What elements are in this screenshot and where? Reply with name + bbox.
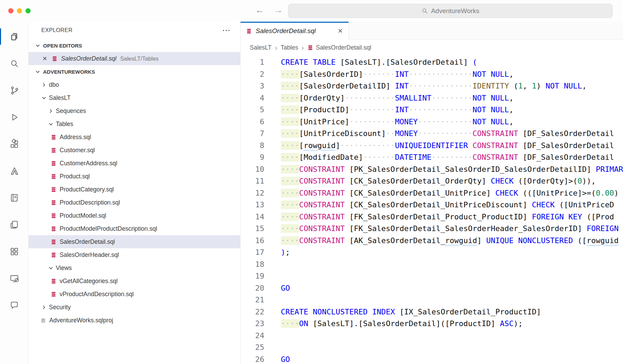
pages-icon[interactable] — [0, 211, 28, 238]
database-icon — [51, 239, 57, 245]
azure-icon[interactable] — [0, 157, 28, 184]
breadcrumb-item[interactable]: Tables — [281, 44, 298, 51]
database-icon — [51, 147, 57, 153]
code-line[interactable]: 3····[SalesOrderDetailID] INT···········… — [241, 80, 623, 92]
code-line[interactable]: 17); — [241, 247, 623, 259]
code-line[interactable]: 4····[OrderQty]···········SMALLINT······… — [241, 92, 623, 104]
blocks-icon[interactable] — [0, 238, 28, 265]
forward-arrow-icon[interactable]: → — [273, 5, 284, 15]
code-token: MONEY — [395, 117, 418, 126]
code-line[interactable]: 14····CONSTRAINT [FK_SalesOrderDetail_Pr… — [241, 211, 623, 223]
code-line[interactable]: 15····CONSTRAINT [FK_SalesOrderDetail_Sa… — [241, 223, 623, 235]
code-token: INT — [395, 105, 409, 114]
close-icon[interactable]: ✕ — [338, 27, 343, 35]
code-token: GO — [281, 355, 290, 364]
code-line[interactable]: 1CREATE TABLE [SalesLT].[SalesOrderDetai… — [241, 56, 623, 69]
tree-item-vgetallcategories-sql[interactable]: vGetAllCategories.sql — [29, 274, 240, 288]
tree-item-dbo[interactable]: dbo — [29, 78, 240, 91]
comments-icon[interactable] — [0, 292, 28, 319]
code-token: [CK_SalesOrderDetail_UnitPriceDiscount] — [349, 200, 528, 209]
code-line[interactable]: 16····CONSTRAINT [AK_SalesOrderDetail_ro… — [241, 235, 623, 247]
code-line[interactable]: 21 — [241, 294, 623, 306]
code-line[interactable]: 25 — [241, 342, 623, 354]
code-line[interactable]: 12····CONSTRAINT [CK_SalesOrderDetail_Un… — [241, 187, 623, 199]
code-line[interactable]: 19 — [241, 270, 623, 282]
code-line[interactable]: 2····[SalesOrderID]·······INT···········… — [241, 69, 623, 81]
explorer-icon[interactable] — [0, 23, 28, 50]
code-line[interactable]: 22CREATE NONCLUSTERED INDEX [IX_SalesOrd… — [241, 306, 623, 318]
project-section-header[interactable]: ADVENTUREWORKS — [29, 65, 240, 78]
search-icon[interactable] — [0, 50, 28, 77]
code-token — [368, 308, 372, 316]
tree-item-sequences[interactable]: Sequences — [29, 104, 240, 117]
breadcrumb-label: SalesLT — [250, 44, 272, 51]
code-token — [564, 212, 568, 221]
tree-item-tables[interactable]: Tables — [29, 117, 240, 131]
tree-item-label: vProductAndDescription.sql — [60, 291, 134, 298]
tree-item-adventureworks-sqlproj[interactable]: AdventureWorks.sqlproj — [29, 314, 240, 327]
titlebar: ← → AdventureWorks — [0, 0, 623, 22]
code-line[interactable]: 8····[rowguid]············UNIQUEIDENTIFI… — [241, 140, 623, 152]
code-token: ···· — [281, 82, 299, 90]
tree-item-customer-sql[interactable]: Customer.sql — [29, 144, 240, 157]
tree-item-views[interactable]: Views — [29, 261, 240, 274]
code-token: NONCLUSTERED — [313, 308, 368, 316]
database-icon — [51, 160, 57, 166]
line-number: 7 — [241, 128, 264, 140]
source-control-icon[interactable] — [0, 77, 28, 104]
zoom-window-button[interactable] — [25, 8, 31, 13]
tree-item-salesorderheader-sql[interactable]: SalesOrderHeader.sql — [29, 248, 240, 261]
back-arrow-icon[interactable]: ← — [254, 5, 265, 15]
code-line[interactable]: 20GO — [241, 282, 623, 294]
tree-item-address-sql[interactable]: Address.sql — [29, 131, 240, 144]
code-token: UNIQUE — [486, 236, 513, 245]
open-editor-item[interactable]: ✕SalesOrderDetail.sqlSalesLT/Tables — [29, 52, 240, 65]
activity-bar — [0, 22, 29, 364]
code-token — [345, 236, 349, 245]
code-line[interactable]: 10····CONSTRAINT [PK_SalesOrderDetail_Sa… — [241, 164, 623, 176]
code-line[interactable]: 7····[UnitPriceDiscount]··MONEY·········… — [241, 128, 623, 140]
code-token: ···· — [281, 129, 299, 138]
code-line[interactable]: 24 — [241, 330, 623, 342]
close-window-button[interactable] — [8, 8, 13, 13]
tree-item-label: SalesLT — [49, 94, 71, 102]
code-token: [UnitPrice] — [299, 117, 349, 126]
command-center-search[interactable]: AdventureWorks — [288, 4, 613, 18]
more-actions-button[interactable]: ⋯ — [222, 26, 231, 34]
notebook-icon[interactable] — [0, 184, 28, 211]
tree-item-productcategory-sql[interactable]: ProductCategory.sql — [29, 183, 240, 196]
extensions-icon[interactable] — [0, 131, 28, 157]
tab-salesorderdetail[interactable]: SalesOrderDetail.sql ✕ — [241, 22, 349, 40]
tree-item-productdescription-sql[interactable]: ProductDescription.sql — [29, 196, 240, 209]
breadcrumb-item[interactable]: SalesOrderDetail.sql — [307, 44, 371, 51]
device-icon[interactable] — [0, 265, 28, 292]
tree-item-saleslt[interactable]: SalesLT — [29, 91, 240, 104]
tree-item-productmodelproductdescription-sql[interactable]: ProductModelProductDescription.sql — [29, 222, 240, 235]
code-line[interactable]: 5····[ProductID]··········INT···········… — [241, 104, 623, 116]
tree-item-customeraddress-sql[interactable]: CustomerAddress.sql — [29, 157, 240, 170]
code-line[interactable]: 6····[UnitPrice]··········MONEY·········… — [241, 116, 623, 128]
tree-item-product-sql[interactable]: Product.sql — [29, 170, 240, 183]
close-icon[interactable]: ✕ — [42, 55, 47, 62]
code-line[interactable]: 18 — [241, 259, 623, 271]
code-line[interactable]: 11····CONSTRAINT [CK_SalesOrderDetail_Or… — [241, 175, 623, 187]
tree-item-vproductanddescription-sql[interactable]: vProductAndDescription.sql — [29, 288, 240, 301]
tree-item-productmodel-sql[interactable]: ProductModel.sql — [29, 209, 240, 222]
code-token — [514, 236, 518, 245]
breadcrumb-item[interactable]: SalesLT — [250, 44, 272, 51]
tree-item-label: Tables — [56, 121, 73, 128]
code-token — [518, 129, 523, 138]
tree-item-salesorderdetail-sql[interactable]: SalesOrderDetail.sql — [29, 235, 240, 248]
tree-item-security[interactable]: Security — [29, 301, 240, 314]
code-line[interactable]: 13····CONSTRAINT [CK_SalesOrderDetail_Un… — [241, 199, 623, 211]
code-token: ···· — [281, 177, 299, 185]
code-line[interactable]: 26GO — [241, 354, 623, 364]
run-debug-icon[interactable] — [0, 104, 28, 131]
code-token — [486, 105, 491, 114]
code-token: 0 — [578, 177, 582, 185]
minimize-window-button[interactable] — [17, 8, 22, 13]
code-line[interactable]: 9····[ModifiedDate]·······DATETIME······… — [241, 152, 623, 164]
open-editors-header[interactable]: OPEN EDITORS — [29, 39, 240, 52]
code-line[interactable]: 23····ON [SalesLT].[SalesOrderDetail]([P… — [241, 318, 623, 330]
code-token: ···· — [281, 94, 299, 102]
